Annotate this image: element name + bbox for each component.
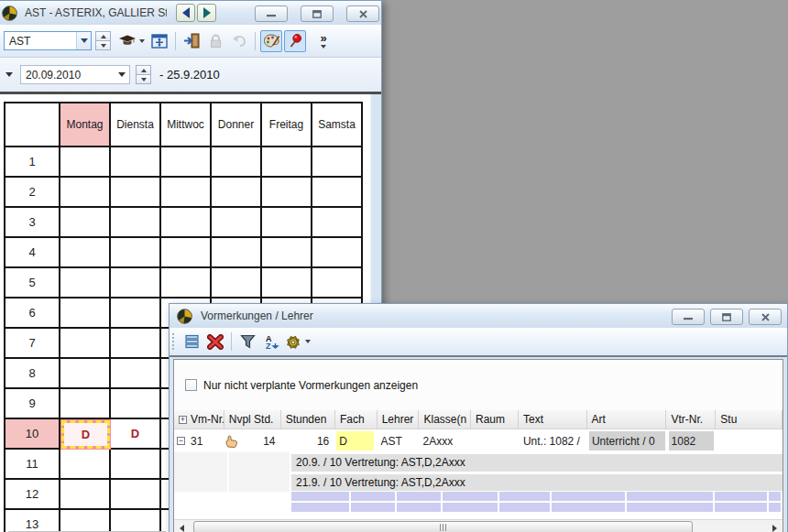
vm-cell-lehrer[interactable]: AST [376, 429, 418, 452]
vm-table-row[interactable]: −311416DAST2AxxxUnt.: 1082 /Unterricht /… [174, 429, 783, 452]
vm-cell-vtr-nr-[interactable]: 1082 [667, 429, 716, 452]
vm-cell-raum[interactable] [470, 429, 518, 452]
list-view-button[interactable] [181, 331, 202, 353]
timetable-cell[interactable] [111, 268, 161, 299]
lock-button[interactable] [204, 30, 226, 52]
vm-cell-klasse-n[interactable]: 2Axxx [419, 429, 471, 452]
column-header-lehrer[interactable]: Lehrer [378, 410, 420, 429]
vm-restore-button[interactable] [710, 309, 743, 325]
timetable-cell[interactable] [111, 450, 161, 480]
timetable-cell[interactable] [111, 299, 161, 329]
collapse-icon[interactable] [5, 72, 13, 77]
timetable-cell[interactable] [60, 299, 111, 329]
timetable-cell[interactable] [262, 238, 312, 268]
timetable-cell[interactable] [161, 238, 212, 268]
timetable-cell[interactable] [60, 238, 111, 268]
column-header-stunden[interactable]: Stunden [281, 410, 335, 429]
timetable-cell[interactable]: D [111, 419, 161, 450]
timetable-cell[interactable] [60, 359, 111, 389]
timetable-cell[interactable] [312, 268, 363, 299]
column-header-vtr-nr-[interactable]: Vtr-Nr. [666, 410, 716, 429]
column-header-klasse-n[interactable]: Klasse(n [419, 410, 471, 429]
vm-cell-stu[interactable] [716, 429, 783, 452]
timetable-cell[interactable] [111, 329, 161, 359]
week-forward-button[interactable] [197, 4, 216, 22]
timetable-cell[interactable] [60, 389, 111, 419]
timetable-cell[interactable] [60, 178, 111, 208]
vm-cell-text[interactable]: Unt.: 1082 / [519, 429, 587, 452]
vm-cell-nvpl-std-[interactable]: 14 [224, 429, 279, 452]
scroll-track[interactable] [190, 520, 767, 532]
spin-down-icon[interactable] [95, 40, 111, 50]
timetable-cell[interactable] [161, 268, 212, 299]
timetable-cell[interactable] [111, 389, 161, 419]
expand-all-icon[interactable]: + [179, 416, 187, 424]
timetable-cell[interactable] [262, 147, 312, 178]
timetable-cell[interactable] [312, 238, 363, 268]
vm-cell-art[interactable]: Unterricht / 0 [587, 429, 667, 452]
exit-door-button[interactable] [181, 30, 202, 52]
week-back-button[interactable] [176, 4, 195, 22]
date-spinner[interactable] [136, 65, 151, 84]
timetable-cell[interactable] [60, 480, 111, 510]
timetable-cell[interactable] [262, 208, 312, 238]
timetable-cell[interactable] [212, 268, 262, 299]
timetable-cell[interactable] [60, 450, 111, 480]
timetable-cell[interactable] [161, 178, 212, 208]
vm-cell-stunden[interactable]: 16 [280, 429, 335, 452]
fit-window-button[interactable] [148, 30, 170, 52]
column-header-vm-nr-[interactable]: +Vm-Nr. [174, 410, 224, 429]
column-header-fach[interactable]: Fach [335, 410, 378, 429]
scroll-left-icon[interactable] [174, 520, 190, 532]
timetable-cell[interactable] [111, 480, 161, 510]
vm-cell-fach[interactable]: D [334, 429, 376, 452]
timetable-cell[interactable] [262, 178, 312, 208]
timetable-cell[interactable] [60, 268, 111, 299]
scroll-right-icon[interactable] [767, 520, 783, 532]
spin-up-icon[interactable] [95, 31, 111, 40]
timetable-cell[interactable] [111, 238, 161, 268]
timetable-cell[interactable] [312, 147, 363, 178]
timetable-cell[interactable] [60, 208, 111, 238]
timetable-cell[interactable] [111, 359, 161, 389]
vm-hscrollbar[interactable] [174, 519, 783, 532]
timetable-cell[interactable] [212, 147, 262, 178]
vm-close-button[interactable] [749, 309, 782, 325]
timetable-cell[interactable] [111, 178, 161, 208]
timetable-cell[interactable] [312, 178, 363, 208]
date-dropdown-icon[interactable] [115, 66, 129, 83]
settings-button[interactable] [284, 331, 312, 353]
timetable-cell[interactable] [60, 510, 111, 532]
toolbar-drag-handle[interactable] [171, 332, 176, 352]
minimize-button[interactable] [255, 5, 288, 22]
colors-palette-button[interactable] [260, 30, 282, 52]
timetable-cell[interactable] [312, 208, 363, 238]
timetable-cell[interactable] [212, 178, 262, 208]
timetable-cell[interactable] [60, 329, 111, 359]
restore-button[interactable] [301, 5, 334, 22]
column-header-raum[interactable]: Raum [471, 410, 519, 429]
column-header-art[interactable]: Art [587, 410, 667, 429]
timetable-cell[interactable] [161, 147, 212, 178]
vm-detail-row[interactable]: 21.9. / 10 Vertretung: AST,D,2Axxx [174, 472, 783, 493]
date-spin-up-icon[interactable] [136, 65, 151, 74]
date-combobox[interactable]: 20.09.2010 [20, 65, 130, 84]
scroll-thumb[interactable] [193, 521, 693, 532]
sort-button[interactable]: A Z [260, 331, 282, 353]
timetable-cell[interactable] [212, 238, 262, 268]
column-header-stu[interactable]: Stu [716, 410, 783, 429]
timetable-cell[interactable] [60, 147, 111, 178]
filter-checkbox[interactable] [185, 379, 197, 391]
vm-minimize-button[interactable] [672, 309, 705, 325]
timetable-cell[interactable] [161, 208, 212, 238]
column-header-nvpl-std-[interactable]: Nvpl Std. [224, 410, 281, 429]
column-header-text[interactable]: Text [519, 410, 586, 429]
vm-cell-vm-nr-[interactable]: −31 [174, 429, 224, 452]
vm-detail-row[interactable]: 20.9. / 10 Vertretung: AST,D,2Axxx [174, 452, 783, 472]
pin-lesson-button[interactable] [284, 30, 306, 52]
close-button[interactable] [346, 5, 379, 22]
filter-button[interactable] [236, 331, 258, 353]
timetable-cell[interactable]: D [60, 419, 111, 450]
delete-button[interactable] [204, 331, 226, 353]
teacher-combobox[interactable]: AST [4, 31, 92, 50]
